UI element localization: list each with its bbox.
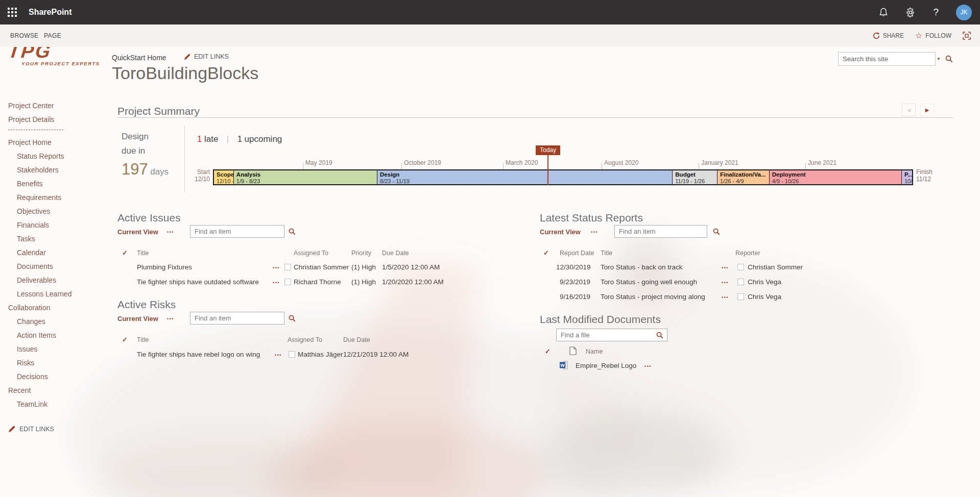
sidebar-item-requirements[interactable]: Requirements	[17, 194, 105, 201]
sidebar-item-action-items[interactable]: Action Items	[17, 332, 105, 339]
risk-row-title[interactable]: Tie fighter ships have rebel logo on win…	[137, 351, 260, 358]
reports-col-title[interactable]: Title	[601, 250, 612, 257]
late-label[interactable]: late	[204, 134, 218, 144]
issue-row-ellipsis-icon[interactable]: •••	[273, 280, 280, 285]
risk-row-ellipsis-icon[interactable]: •••	[275, 353, 282, 358]
sidebar-item-documents[interactable]: Documents	[17, 263, 105, 270]
risks-col-title[interactable]: Title	[137, 336, 149, 343]
sidebar-item-project-home[interactable]: Project Home	[8, 139, 105, 146]
risks-search-icon[interactable]	[289, 315, 296, 322]
sidebar-item-objectives[interactable]: Objectives	[17, 208, 105, 215]
tab-browse[interactable]: BROWSE	[10, 32, 39, 39]
site-search-input[interactable]	[839, 55, 937, 63]
issues-view-ellipsis-icon[interactable]: •••	[167, 230, 174, 235]
report-row-ellipsis-icon[interactable]: •••	[722, 265, 729, 270]
select-all-check-icon[interactable]: ✓	[122, 336, 128, 343]
reports-col-date[interactable]: Report Date	[560, 250, 594, 257]
sidebar-item-project-details[interactable]: Project Details	[8, 116, 105, 123]
risks-col-assigned[interactable]: Assigned To	[288, 336, 322, 343]
issues-col-assigned[interactable]: Assigned To	[294, 250, 328, 257]
edit-links-bottom-button[interactable]: EDIT LINKS	[8, 426, 54, 433]
sidebar-item-status-reports[interactable]: Status Reports	[17, 153, 105, 160]
select-all-check-icon[interactable]: ✓	[545, 347, 551, 355]
phase-post[interactable]: P...10/	[901, 170, 912, 184]
reports-search-icon[interactable]	[713, 228, 720, 235]
settings-gear-icon[interactable]	[905, 7, 916, 17]
risks-col-due[interactable]: Due Date	[343, 336, 370, 343]
risk-row-assigned[interactable]: Matthias Jäger	[298, 351, 343, 358]
sidebar-item-decisions[interactable]: Decisions	[17, 373, 105, 380]
sidebar-item-teamlink[interactable]: TeamLink	[17, 401, 105, 408]
phase-finalization[interactable]: Finalization/Va...1/26 - 4/9	[717, 170, 769, 184]
issue-row-checkbox[interactable]	[284, 264, 291, 270]
select-all-check-icon[interactable]: ✓	[122, 249, 128, 257]
sidebar-item-changes[interactable]: Changes	[17, 318, 105, 325]
tab-page[interactable]: PAGE	[44, 32, 61, 39]
issues-col-title[interactable]: Title	[137, 250, 149, 257]
select-all-check-icon[interactable]: ✓	[543, 249, 549, 257]
sidebar-item-tasks[interactable]: Tasks	[17, 235, 105, 242]
phase-analysis[interactable]: Analysis1/9 - 8/23	[233, 170, 377, 184]
report-row-checkbox[interactable]	[737, 293, 744, 300]
risks-find-input[interactable]	[190, 314, 289, 322]
issue-row-title[interactable]: Plumbing Fixtures	[137, 263, 192, 271]
issue-row-title[interactable]: Tie fighter ships have outdated software	[137, 278, 259, 286]
sidebar-item-lessons-learned[interactable]: Lessons Learned	[17, 290, 105, 297]
site-search-icon[interactable]	[945, 55, 953, 63]
documents-find-input[interactable]	[557, 331, 656, 339]
risks-view-selector[interactable]: Current View	[117, 315, 158, 322]
sidebar-item-stakeholders[interactable]: Stakeholders	[17, 166, 105, 173]
sidebar-item-benefits[interactable]: Benefits	[17, 180, 105, 187]
user-avatar[interactable]: JK	[956, 5, 972, 20]
report-row-ellipsis-icon[interactable]: •••	[722, 295, 729, 300]
share-button[interactable]: SHARE	[873, 32, 904, 39]
report-row-reporter[interactable]: Chris Vega	[748, 293, 781, 301]
documents-col-name[interactable]: Name	[586, 348, 603, 355]
report-row-checkbox[interactable]	[737, 279, 744, 285]
edit-links-top-button[interactable]: EDIT LINKS	[184, 53, 229, 60]
reports-col-reporter[interactable]: Reporter	[735, 250, 760, 257]
issue-row-assigned[interactable]: Christian Sommer	[294, 263, 349, 271]
follow-button[interactable]: ☆ FOLLOW	[915, 32, 951, 39]
issues-view-selector[interactable]: Current View	[117, 228, 158, 236]
phase-scope[interactable]: Scope12/10 -	[214, 170, 233, 184]
phase-budget[interactable]: Budget11/19 - 1/26	[672, 170, 717, 184]
report-row-title[interactable]: Toro Status - going well enough	[601, 278, 697, 286]
upcoming-label[interactable]: upcoming	[245, 134, 282, 144]
help-icon[interactable]: ?	[933, 7, 939, 18]
documents-search-icon[interactable]	[656, 332, 663, 339]
sidebar-item-financials[interactable]: Financials	[17, 221, 105, 229]
report-row-title[interactable]: Toro Status - project moving along	[601, 293, 705, 301]
issues-search-icon[interactable]	[289, 228, 296, 235]
upcoming-count[interactable]: 1	[237, 134, 242, 144]
document-row-ellipsis-icon[interactable]: •••	[644, 364, 652, 369]
reports-view-selector[interactable]: Current View	[540, 228, 581, 236]
issues-find-input[interactable]	[190, 228, 289, 235]
issue-row-assigned[interactable]: Richard Thorne	[294, 278, 341, 286]
focus-mode-button[interactable]	[963, 32, 971, 40]
phase-design[interactable]: Design8/23 - 11/19	[377, 170, 672, 184]
risks-view-ellipsis-icon[interactable]: •••	[167, 316, 174, 321]
report-row-reporter[interactable]: Christian Sommer	[748, 263, 803, 271]
reports-find-input[interactable]	[615, 228, 713, 235]
app-launcher-icon[interactable]	[0, 0, 25, 24]
sidebar-item-project-center[interactable]: Project Center	[8, 102, 105, 109]
phase-deployment[interactable]: Deployment4/9 - 10/26	[769, 170, 901, 184]
issues-col-due[interactable]: Due Date	[382, 250, 409, 257]
reports-view-ellipsis-icon[interactable]: •••	[591, 230, 598, 235]
report-row-checkbox[interactable]	[737, 264, 744, 270]
timeline-prev-button[interactable]: ◀	[902, 104, 916, 116]
search-scope-caret-icon[interactable]: ▼	[937, 57, 941, 61]
issues-col-priority[interactable]: Priority	[351, 250, 371, 257]
document-row-name[interactable]: Empire_Rebel Logo	[576, 362, 636, 369]
risk-row-checkbox[interactable]	[289, 351, 295, 358]
sidebar-item-deliverables[interactable]: Deliverables	[17, 277, 105, 284]
late-count[interactable]: 1	[197, 134, 202, 144]
report-row-title[interactable]: Toro Status - back on track	[601, 263, 683, 271]
issue-row-checkbox[interactable]	[284, 279, 291, 285]
sidebar-item-calendar[interactable]: Calendar	[17, 249, 105, 256]
report-row-reporter[interactable]: Chris Vega	[748, 278, 781, 286]
sidebar-item-collaboration[interactable]: Collaboration	[8, 304, 105, 311]
sidebar-item-issues[interactable]: Issues	[17, 345, 105, 353]
timeline-next-button[interactable]: ▶	[920, 104, 934, 116]
